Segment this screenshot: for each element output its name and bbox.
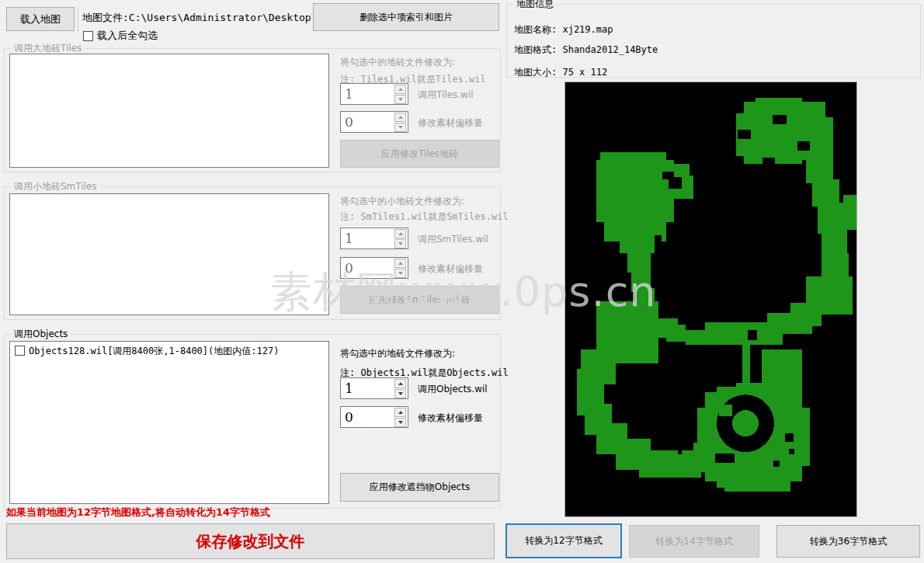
spin-down-icon[interactable] (394, 95, 406, 104)
objects-index-spinner[interactable]: 1 (340, 377, 408, 399)
tiles-group: 调用大地砖Tiles 将勾选中的地砖文件修改为: 注: Tiles1.wil就是… (4, 48, 501, 172)
smtiles-index-label: 调用SmTiles.wil (418, 233, 488, 246)
smtiles-group-title: 调用小地砖SmTiles (11, 180, 100, 193)
objects-item-label: Objects128.wil[调用8400张,1-8400](地图内值:127) (29, 345, 279, 358)
check-all-checkbox[interactable] (83, 31, 93, 41)
smtiles-index-value: 1 (345, 231, 353, 246)
smtiles-note: 注: SmTiles1.wil就是SmTiles.wil (340, 210, 509, 224)
tiles-hint: 将勾选中的地砖文件修改为: (340, 56, 455, 69)
smtiles-list[interactable] (9, 193, 329, 315)
spin-up-icon[interactable] (394, 85, 406, 94)
map-editor-window: 载入地图 地图文件:C:\Users\Administrator\Desktop… (0, 0, 924, 563)
objects-offset-label: 修改素材偏移量 (418, 412, 483, 425)
objects-group-title: 调用Objects (11, 328, 71, 341)
objects-item-checkbox[interactable] (15, 346, 25, 356)
objects-controls: 将勾选中的地砖文件修改为: 注: Objects1.wil就是Objects.w… (336, 335, 500, 508)
smtiles-offset-label: 修改素材偏移量 (418, 262, 483, 276)
format-warning-text: 如果当前地图为12字节地图格式,将自动转化为14字节格式 (6, 506, 270, 520)
smtiles-offset-value: 0 (345, 260, 353, 276)
check-all-row: 载入后全勾选 (83, 29, 158, 43)
check-all-label: 载入后全勾选 (97, 29, 158, 43)
spin-down-icon[interactable] (394, 418, 406, 427)
tiles-offset-spinner[interactable]: 0 (340, 111, 408, 133)
smtiles-controls: 将勾选中的小地砖文件修改为: 注: SmTiles1.wil就是SmTiles.… (336, 187, 500, 319)
apply-smtiles-button[interactable]: 应用修改SmTiles小地砖 (340, 286, 499, 314)
convert-36byte-button[interactable]: 转换为36字节格式 (776, 525, 920, 558)
save-button[interactable]: 保存修改到文件 (6, 523, 495, 559)
spin-up-icon[interactable] (394, 259, 406, 268)
map-preview-image (565, 82, 856, 516)
objects-offset-spinner[interactable]: 0 (340, 406, 408, 428)
map-info-group: 地图信息 地图名称: xj219.map 地图格式: Shanda2012_14… (506, 4, 921, 78)
tiles-index-label: 调用Tiles.wil (418, 89, 474, 102)
map-file-path: 地图文件:C:\Users\Administrator\Desktop\【整理9… (82, 11, 312, 25)
objects-list-item[interactable]: Objects128.wil[调用8400张,1-8400](地图内值:127) (10, 342, 328, 358)
spin-down-icon[interactable] (394, 239, 406, 248)
map-name: 地图名称: xj219.map (514, 23, 613, 36)
map-preview (564, 82, 857, 517)
convert-12byte-button[interactable]: 转换为12字节格式 (505, 523, 622, 558)
tiles-offset-value: 0 (345, 114, 353, 130)
objects-list[interactable]: Objects128.wil[调用8400张,1-8400](地图内值:127) (9, 341, 329, 504)
tiles-index-value: 1 (345, 86, 353, 102)
spin-up-icon[interactable] (394, 229, 406, 238)
tiles-index-spinner[interactable]: 1 (340, 83, 408, 105)
map-size: 地图大小: 75 x 112 (514, 66, 607, 79)
load-map-button[interactable]: 载入地图 (6, 7, 75, 31)
tiles-list[interactable] (9, 54, 329, 168)
smtiles-group: 调用小地砖SmTiles 将勾选中的小地砖文件修改为: 注: SmTiles1.… (4, 186, 501, 320)
delete-selected-button[interactable]: 删除选中项索引和图片 (313, 3, 499, 31)
tiles-controls: 将勾选中的地砖文件修改为: 注: Tiles1.wil就是Tiles.wil 1… (336, 49, 500, 172)
spin-down-icon[interactable] (394, 123, 406, 132)
spin-down-icon[interactable] (394, 389, 406, 398)
map-info-title: 地图信息 (513, 0, 557, 11)
spin-up-icon[interactable] (394, 379, 406, 388)
spin-up-icon[interactable] (394, 113, 406, 122)
spin-down-icon[interactable] (394, 269, 406, 278)
apply-tiles-button[interactable]: 应用修改Tiles地砖 (340, 140, 499, 168)
map-format: 地图格式: Shanda2012_14Byte (514, 43, 658, 57)
smtiles-index-spinner[interactable]: 1 (340, 228, 408, 249)
spin-up-icon[interactable] (394, 408, 406, 417)
objects-group: 调用Objects Objects128.wil[调用8400张,1-8400]… (4, 334, 501, 509)
apply-objects-button[interactable]: 应用修改遮挡物Objects (340, 473, 499, 502)
toolbar-divider (78, 6, 78, 33)
objects-offset-value: 0 (345, 409, 353, 425)
tiles-offset-label: 修改素材偏移量 (418, 116, 483, 130)
convert-14byte-button[interactable]: 转换为14字节格式 (629, 525, 759, 558)
objects-index-value: 1 (345, 381, 353, 396)
objects-hint: 将勾选中的地砖文件修改为: (340, 347, 455, 360)
smtiles-hint: 将勾选中的小地砖文件修改为: (340, 195, 464, 208)
objects-index-label: 调用Objects.wil (418, 383, 488, 396)
smtiles-offset-spinner[interactable]: 0 (340, 257, 408, 279)
